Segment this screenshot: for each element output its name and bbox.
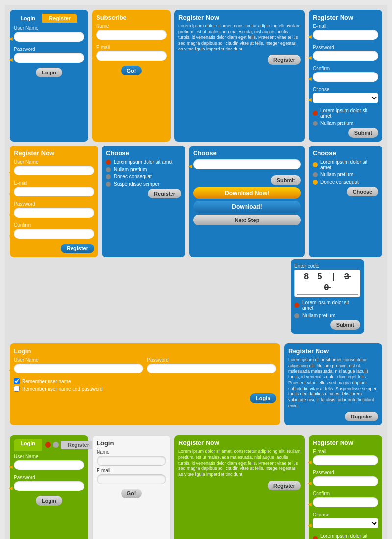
lo-pw-input[interactable] xyxy=(147,364,276,373)
register-now-text-2: Register Now Lorem ipsum dolor sit amet,… xyxy=(284,343,382,425)
cf-input[interactable] xyxy=(14,229,94,239)
enter-code-label: Enter code: xyxy=(294,263,360,269)
choose-button-1[interactable]: Choose xyxy=(347,187,378,196)
g-un-input[interactable] xyxy=(14,460,84,470)
rngf-em-input[interactable] xyxy=(313,455,378,465)
rngf-cf-input[interactable] xyxy=(313,497,378,507)
remember-user-label: Remember user name xyxy=(22,379,71,384)
em-input[interactable] xyxy=(14,187,94,196)
rngf-pw-input[interactable] xyxy=(313,476,378,486)
login-tab[interactable]: Login xyxy=(14,14,42,23)
rng-lorem: Lorem ipsum dolor sit amet, consectetur … xyxy=(178,449,301,477)
username-input[interactable] xyxy=(14,32,84,42)
subscribe-title: Subscribe xyxy=(96,14,167,21)
next-step-button[interactable]: Next Step xyxy=(193,215,301,225)
lorem-text: Lorem ipsum dolor sit amet, consectetur … xyxy=(178,24,301,52)
arr8: ◀ xyxy=(308,97,312,102)
choose-select[interactable] xyxy=(313,93,378,103)
arrow-indicator-2: ◀ xyxy=(9,56,13,62)
name-input[interactable] xyxy=(96,30,167,40)
reg-now-orange-title: Register Now xyxy=(14,149,94,157)
ec-ri-1: Lorem ipsum dolor sit amet xyxy=(294,300,360,311)
register-button-2[interactable]: Register xyxy=(61,244,94,253)
arr16: ◀ xyxy=(9,464,13,469)
arr19: ◀ xyxy=(308,480,312,485)
rri-1: Lorem ipsum dolor sit amet xyxy=(313,159,378,170)
register-button-5[interactable]: Register xyxy=(268,481,301,490)
name-label: Name xyxy=(96,24,167,29)
remember-user-checkbox[interactable] xyxy=(14,378,20,384)
g-rd1 xyxy=(313,536,318,539)
password-label: Password xyxy=(14,47,84,52)
gn-lbl: Name xyxy=(97,449,166,455)
submit-button-2[interactable]: Submit xyxy=(271,175,301,185)
submit-button-1[interactable]: Submit xyxy=(348,128,378,138)
register-tab[interactable]: Register xyxy=(42,14,77,23)
lo-pw-lbl: Password xyxy=(147,357,276,363)
choose-lbl: Choose xyxy=(313,87,378,92)
submit-button-3[interactable]: Submit xyxy=(330,320,360,330)
gn-input[interactable] xyxy=(97,456,166,466)
ec-rl1: Lorem ipsum dolor sit amet xyxy=(302,300,360,311)
email-input[interactable] xyxy=(96,51,167,61)
choose-download-panel: Choose ◀ Submit Download Now! Download! … xyxy=(189,146,305,257)
remember-all-checkbox[interactable] xyxy=(14,386,20,392)
arrow-indicator: ◀ xyxy=(9,35,13,41)
rl3: Donec consequat xyxy=(114,174,152,179)
rrl3: Donec consequat xyxy=(320,179,359,185)
rl1: Lorem ipsum dolor sit amet xyxy=(114,159,173,165)
download-now-button[interactable]: Download Now! xyxy=(193,187,301,199)
ge-input[interactable] xyxy=(97,474,166,484)
register-tab-green[interactable]: Register xyxy=(61,441,96,449)
rd4 xyxy=(106,182,111,187)
rl4: Suspendisse semper xyxy=(114,181,159,187)
rri-3: Donec consequat xyxy=(313,179,378,185)
download-button[interactable]: Download! xyxy=(193,201,301,213)
password-input[interactable] xyxy=(14,53,84,63)
rl2: Nullam pretium xyxy=(114,167,147,172)
ge-lbl: E-mail xyxy=(97,468,166,473)
ec-ri-2: Nullam pretium xyxy=(294,313,360,318)
go-button-2[interactable]: Go! xyxy=(121,489,142,498)
arr12: ◀ xyxy=(9,232,13,238)
rngf-choose-select[interactable] xyxy=(313,518,378,528)
arr18: ◀ xyxy=(308,459,312,464)
g-pw-input[interactable] xyxy=(14,481,84,491)
go-button[interactable]: Go! xyxy=(121,66,142,75)
pass-input[interactable] xyxy=(313,51,378,61)
login-tab-green[interactable]: Login xyxy=(14,439,42,451)
login-button-2[interactable]: Login xyxy=(250,393,276,403)
arr14: ◀ xyxy=(9,367,13,372)
choose-radio-panel: Choose Lorem ipsum dolor sit amet Nullam… xyxy=(102,146,185,257)
choose-input[interactable] xyxy=(193,159,301,169)
register-button-1[interactable]: Register xyxy=(268,55,301,65)
login-button-green[interactable]: Login xyxy=(36,496,62,506)
pw-input[interactable] xyxy=(14,208,94,218)
register-now-green: Register Now Lorem ipsum dolor sit amet,… xyxy=(174,435,305,539)
login-button[interactable]: Login xyxy=(36,68,62,77)
arr20: ◀ xyxy=(308,501,312,506)
register-button-3[interactable]: Register xyxy=(148,189,181,198)
rngf-cf-lbl: Confirm xyxy=(313,491,378,496)
g-un-lbl: User Name xyxy=(14,454,84,459)
login-gray-panel: Login Name E-mail Go! xyxy=(92,435,171,539)
rngf-ch-lbl: Choose xyxy=(313,512,378,517)
email-input-2[interactable] xyxy=(313,30,378,40)
un-input[interactable] xyxy=(14,166,94,175)
ri-3: Donec consequat xyxy=(106,174,181,179)
login-register-panel: Login Register User Name ◀ Password ◀ Lo… xyxy=(10,10,88,142)
confirm-input[interactable] xyxy=(313,72,378,82)
ri-2: Nullam pretium xyxy=(106,167,181,172)
ec-rd1 xyxy=(294,303,299,308)
rrl2: Nullam pretium xyxy=(320,172,353,177)
rngf-em-lbl: E-mail xyxy=(313,449,378,454)
arr9: ◀ xyxy=(9,169,13,174)
remember-all-label: Remember user name and password xyxy=(22,386,103,392)
remember-user-row: Remember user name xyxy=(14,378,276,384)
register-button-4[interactable]: Register xyxy=(345,412,378,421)
lo-un-input[interactable] xyxy=(14,364,143,373)
lo-un-lbl: User Name xyxy=(14,357,143,363)
arr15: ◀ xyxy=(142,367,146,372)
radio-dot-gray xyxy=(313,121,318,126)
email-label: E-mail xyxy=(96,45,167,50)
